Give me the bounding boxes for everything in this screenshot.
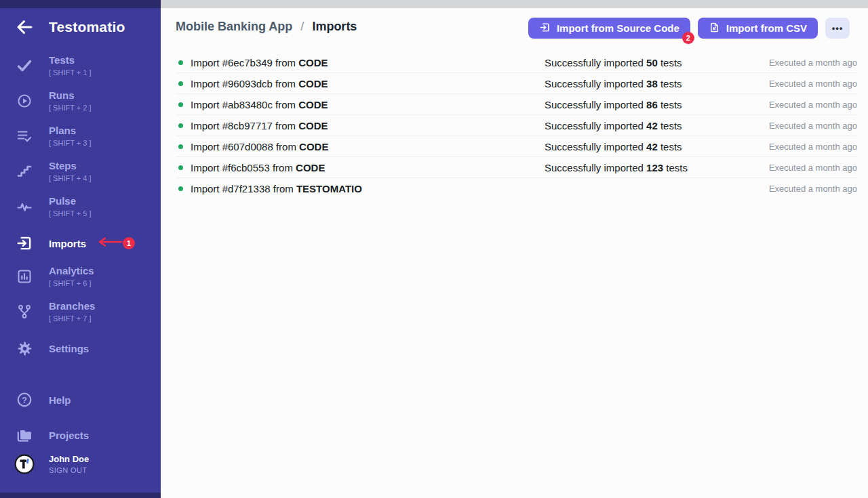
sidebar-item-settings[interactable]: Settings xyxy=(0,339,161,357)
more-options-button[interactable]: ••• xyxy=(825,18,850,39)
sign-out-link[interactable]: SIGN OUT xyxy=(49,466,89,474)
import-executed-time: Executed a month ago xyxy=(769,100,857,110)
import-executed-time: Executed a month ago xyxy=(769,163,857,173)
sidebar-item-label: Imports xyxy=(49,238,86,249)
import-source-code-button[interactable]: Import from Source Code 2 xyxy=(528,18,690,39)
sidebar-item-label: Projects xyxy=(49,430,89,441)
status-dot-icon xyxy=(178,81,183,86)
import-row[interactable]: Import #6ec7b349 from CODE Successfully … xyxy=(176,52,857,73)
sidebar-item-label: Pulse xyxy=(49,195,91,207)
import-executed-time: Executed a month ago xyxy=(769,142,857,152)
back-button[interactable] xyxy=(14,17,35,39)
import-csv-button[interactable]: Import from CSV xyxy=(698,18,818,39)
annotation-badge: 1 xyxy=(123,237,135,249)
sidebar-item-shortcut: [ SHIFT + 1 ] xyxy=(49,68,91,77)
sidebar-item-label: Runs xyxy=(49,89,91,101)
import-csv-label: Import from CSV xyxy=(726,22,807,34)
ellipsis-icon: ••• xyxy=(832,23,844,33)
app-window: Testomatio Tests [ SHIFT + 1 ] xyxy=(0,0,868,498)
sidebar-item-shortcut: [ SHIFT + 7 ] xyxy=(49,314,95,323)
gear-icon xyxy=(0,340,49,357)
check-icon xyxy=(0,58,49,74)
svg-text:?: ? xyxy=(22,396,27,405)
sidebar-item-steps[interactable]: Steps [ SHIFT + 4 ] xyxy=(0,160,161,183)
import-title: Import #6ec7b349 from CODE xyxy=(191,57,545,68)
import-title: Import #d7f21338 from TESTOMATIO xyxy=(191,183,545,194)
user-block: John Doe SIGN OUT xyxy=(0,454,161,474)
sidebar-item-label: Steps xyxy=(49,160,91,171)
sidebar-item-tests[interactable]: Tests [ SHIFT + 1 ] xyxy=(0,54,161,77)
arrow-left-icon xyxy=(15,18,34,39)
bar-chart-icon xyxy=(0,268,49,285)
import-title: Import #607d0088 from CODE xyxy=(191,141,545,152)
git-branch-icon xyxy=(0,304,49,320)
annotation-badge: 2 xyxy=(682,32,694,44)
help-circle-icon: ? xyxy=(0,391,49,409)
sidebar-item-label: Branches xyxy=(49,300,95,312)
play-circle-icon xyxy=(0,93,49,109)
imports-list: Import #6ec7b349 from CODE Successfully … xyxy=(176,52,857,199)
import-row[interactable]: Import #8cb97717 from CODE Successfully … xyxy=(176,115,857,136)
import-title: Import #ab83480c from CODE xyxy=(191,99,545,110)
status-dot-icon xyxy=(178,186,183,191)
import-executed-time: Executed a month ago xyxy=(769,58,857,68)
breadcrumb-project[interactable]: Mobile Banking App xyxy=(176,20,292,33)
import-row[interactable]: Import #607d0088 from CODE Successfully … xyxy=(176,136,857,157)
status-dot-icon xyxy=(178,60,183,65)
status-dot-icon xyxy=(178,102,183,107)
sidebar: Testomatio Tests [ SHIFT + 1 ] xyxy=(0,0,161,498)
sidebar-item-help[interactable]: ? Help xyxy=(0,390,161,409)
import-executed-time: Executed a month ago xyxy=(769,79,857,89)
sidebar-item-label: Plans xyxy=(49,125,91,136)
import-icon xyxy=(539,22,551,35)
annotation-arrow-icon xyxy=(94,236,123,251)
import-icon xyxy=(0,234,49,252)
sidebar-bottom-strip xyxy=(0,493,161,498)
import-row[interactable]: Import #f6cb0553 from CODE Successfully … xyxy=(176,157,857,178)
sidebar-item-shortcut: [ SHIFT + 3 ] xyxy=(49,139,91,148)
brand-bar: Testomatio xyxy=(0,16,161,41)
import-result: Successfully imported 42 tests xyxy=(545,141,769,152)
import-row[interactable]: Import #ab83480c from CODE Successfully … xyxy=(176,94,857,115)
list-check-icon xyxy=(0,128,49,144)
brand-title: Testomatio xyxy=(49,19,125,35)
sidebar-item-analytics[interactable]: Analytics [ SHIFT + 6 ] xyxy=(0,265,161,288)
user-name: John Doe xyxy=(49,454,89,465)
sidebar-item-label: Settings xyxy=(49,343,89,354)
import-title: Import #8cb97717 from CODE xyxy=(191,120,545,131)
avatar xyxy=(0,454,49,474)
sidebar-item-shortcut: [ SHIFT + 2 ] xyxy=(49,104,91,112)
import-row[interactable]: Import #d7f21338 from TESTOMATIO Execute… xyxy=(176,178,857,199)
annotation-imports: 1 xyxy=(94,236,135,251)
sidebar-item-label: Analytics xyxy=(49,265,94,276)
sidebar-item-branches[interactable]: Branches [ SHIFT + 7 ] xyxy=(0,300,161,323)
status-dot-icon xyxy=(178,123,183,128)
header-actions: Import from Source Code 2 Import from CS… xyxy=(528,18,850,39)
sidebar-item-projects[interactable]: Projects xyxy=(0,426,161,444)
import-executed-time: Executed a month ago xyxy=(769,184,857,194)
sidebar-item-runs[interactable]: Runs [ SHIFT + 2 ] xyxy=(0,89,161,112)
sidebar-item-plans[interactable]: Plans [ SHIFT + 3 ] xyxy=(0,125,161,148)
sidebar-item-label: Help xyxy=(49,394,71,406)
import-title: Import #f6cb0553 from CODE xyxy=(191,162,545,173)
main-content: Mobile Banking App / Imports Import from… xyxy=(161,0,868,498)
breadcrumb: Mobile Banking App / Imports xyxy=(176,20,357,34)
import-executed-time: Executed a month ago xyxy=(769,121,857,131)
sidebar-item-pulse[interactable]: Pulse [ SHIFT + 5 ] xyxy=(0,195,161,218)
import-row[interactable]: Import #96093dcb from CODE Successfully … xyxy=(176,73,857,94)
file-import-icon xyxy=(709,22,720,35)
import-result: Successfully imported 123 tests xyxy=(545,162,769,173)
folder-icon xyxy=(0,426,49,444)
status-dot-icon xyxy=(178,165,183,170)
pulse-icon xyxy=(0,199,49,215)
sidebar-top-strip xyxy=(0,0,161,8)
import-title: Import #96093dcb from CODE xyxy=(191,78,545,89)
breadcrumb-page: Imports xyxy=(312,20,357,33)
status-dot-icon xyxy=(178,144,183,149)
stairs-icon xyxy=(0,163,49,180)
import-result: Successfully imported 42 tests xyxy=(545,120,769,131)
sidebar-item-imports[interactable]: Imports 1 xyxy=(0,233,161,253)
sidebar-item-shortcut: [ SHIFT + 6 ] xyxy=(49,279,94,288)
sidebar-item-label: Tests xyxy=(49,54,91,66)
sidebar-item-shortcut: [ SHIFT + 4 ] xyxy=(49,174,91,183)
